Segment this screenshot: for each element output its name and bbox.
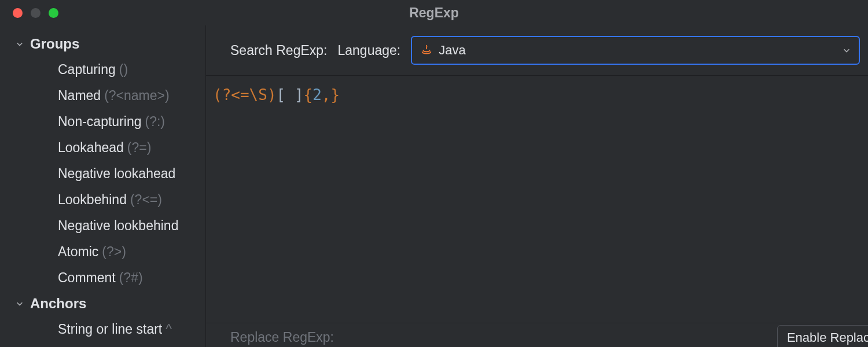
sidebar-item-hint: ^ [165, 322, 172, 337]
replace-regexp-label: Replace RegExp: [230, 330, 334, 345]
language-label: Language: [337, 43, 400, 58]
titlebar: RegExp [0, 0, 868, 25]
sidebar-item-hint: (?<name>) [104, 88, 170, 103]
window-title: RegExp [409, 5, 459, 21]
sidebar-item-neg-lookahead[interactable]: Negative lookahead [0, 161, 205, 187]
replace-toolbar: Replace RegExp: Enable Replac [206, 323, 868, 347]
minimize-icon[interactable] [31, 8, 41, 18]
sidebar-item-label: Negative lookbehind [58, 218, 178, 233]
sidebar-item-label: Non-capturing [58, 114, 141, 129]
language-select[interactable]: Java [411, 36, 860, 65]
java-icon [420, 44, 433, 57]
sidebar-item-atomic[interactable]: Atomic(?>) [0, 239, 205, 265]
sidebar-section-label: Anchors [30, 296, 86, 312]
sidebar-item-named[interactable]: Named(?<name>) [0, 83, 205, 109]
chevron-down-icon [15, 39, 24, 49]
sidebar-item-label: Lookahead [58, 140, 124, 155]
sidebar-item-lookahead[interactable]: Lookahead(?=) [0, 135, 205, 161]
sidebar-item-lookbehind[interactable]: Lookbehind(?<=) [0, 187, 205, 213]
sidebar-item-label: Named [58, 88, 101, 103]
chevron-down-icon [843, 46, 851, 54]
sidebar-item-label: Lookbehind [58, 192, 127, 207]
main-panel: Search RegExp: Language: Java (?<=\S)[ ]… [206, 25, 868, 347]
search-regexp-label: Search RegExp: [230, 43, 327, 58]
sidebar-item-label: String or line start [58, 322, 162, 337]
language-value: Java [439, 43, 465, 58]
window-controls [0, 8, 58, 18]
sidebar-item-hint: (?#) [119, 270, 143, 285]
sidebar-item-capturing[interactable]: Capturing() [0, 57, 205, 83]
sidebar-section-anchors[interactable]: Anchors [0, 291, 205, 316]
sidebar-item-hint: (?:) [145, 114, 165, 129]
sidebar-item-label: Comment [58, 270, 116, 285]
sidebar-item-comment[interactable]: Comment(?#) [0, 265, 205, 291]
sidebar-item-neg-lookbehind[interactable]: Negative lookbehind [0, 213, 205, 239]
sidebar-item-hint: (?>) [102, 244, 126, 259]
maximize-icon[interactable] [49, 8, 58, 18]
regexp-editor[interactable]: (?<=\S)[ ]{2,} [206, 76, 868, 323]
sidebar: Groups Capturing() Named(?<name>) Non-ca… [0, 25, 206, 347]
sidebar-item-hint: () [119, 62, 128, 77]
sidebar-item-label: Negative lookahead [58, 166, 175, 181]
sidebar-item-label: Capturing [58, 62, 116, 77]
enable-replace-button[interactable]: Enable Replac [777, 325, 868, 348]
chevron-down-icon [15, 299, 24, 308]
sidebar-item-hint: (?<=) [130, 192, 162, 207]
sidebar-item-string-start[interactable]: String or line start^ [0, 316, 205, 342]
sidebar-section-groups[interactable]: Groups [0, 31, 205, 57]
sidebar-item-label: Atomic [58, 244, 98, 259]
search-toolbar: Search RegExp: Language: Java [206, 25, 868, 76]
close-icon[interactable] [13, 8, 23, 18]
sidebar-item-noncapturing[interactable]: Non-capturing(?:) [0, 109, 205, 135]
sidebar-section-label: Groups [30, 36, 79, 52]
sidebar-item-hint: (?=) [127, 140, 152, 155]
